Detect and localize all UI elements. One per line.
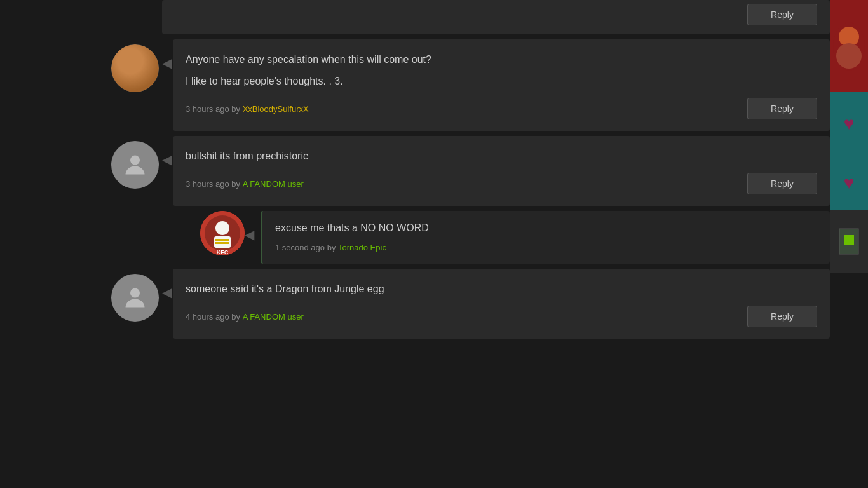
comment-timestamp-3: 4 hours ago by (186, 312, 240, 322)
right-sidebar: ♥ ♥ (830, 0, 868, 488)
comment-meta-3: 4 hours ago by A FANDOM user Reply (186, 306, 817, 327)
username-link-3[interactable]: A FANDOM user (243, 312, 304, 322)
comment-entry-3: ◀ someone said it's a Dragon from Jungle… (108, 269, 830, 339)
page-wrapper: Reply ◀ Anyone have any specalation when… (0, 0, 868, 488)
sidebar-panel-teal-2[interactable]: ♥ (830, 156, 868, 210)
nested-meta-left-1: 1 second ago by Tornado Epic (275, 243, 386, 252)
partial-comment-stub: Reply (162, 0, 830, 34)
svg-point-3 (215, 221, 229, 235)
comment-bubble-3: someone said it's a Dragon from Jungle e… (173, 269, 830, 339)
comment-entry-1: ◀ Anyone have any specalation when this … (108, 39, 830, 131)
chevron-left-icon-1: ◀ (162, 55, 172, 71)
chevron-left-icon-nested: ◀ (245, 227, 254, 242)
comment-line-2-1: bullshit its from prechistoric (186, 149, 817, 164)
heart-icon-2: ♥ (844, 173, 855, 193)
avatar-wrapper-1 (108, 39, 162, 92)
comment-meta-2: 3 hours ago by A FANDOM user Reply (186, 173, 817, 194)
comment-entry-2: ◀ bullshit its from prechistoric 3 hours… (108, 136, 830, 206)
comment-text-3: someone said it's a Dragon from Jungle e… (186, 281, 817, 297)
svg-rect-6 (215, 242, 229, 244)
comment-meta-left-2: 3 hours ago by A FANDOM user (186, 179, 304, 189)
avatar-2-placeholder (111, 141, 159, 189)
avatar-wrapper-2 (108, 136, 162, 189)
kfc-avatar: KFC (200, 211, 245, 255)
nested-meta-1: 1 second ago by Tornado Epic (275, 243, 817, 252)
user-avatar-face (111, 44, 159, 92)
avatar-wrapper-3 (108, 269, 162, 322)
comment-timestamp-2: 3 hours ago by (186, 179, 240, 189)
chevron-left-icon-2: ◀ (162, 152, 172, 167)
svg-point-8 (130, 288, 140, 298)
kfc-avatar-svg: KFC (200, 211, 245, 255)
username-link-2[interactable]: A FANDOM user (243, 179, 304, 189)
svg-point-11 (836, 43, 862, 69)
username-link-1[interactable]: XxBloodySulfurxX (243, 104, 309, 114)
comment-line-1-1: Anyone have any specalation when this wi… (186, 52, 817, 67)
comment-line-1-2: I like to hear people's thoughts. . 3. (186, 74, 817, 89)
comment-bubble-2: bullshit its from prechistoric 3 hours a… (173, 136, 830, 206)
red-sidebar-image (832, 21, 867, 72)
main-content: Reply ◀ Anyone have any specalation when… (108, 0, 830, 488)
chevron-left-icon-3: ◀ (162, 285, 172, 300)
nested-line-1: excuse me thats a NO NO WORD (275, 222, 817, 234)
reply-button-2[interactable]: Reply (747, 173, 817, 194)
dark-sidebar-box (836, 226, 862, 257)
comment-meta-left-1: 3 hours ago by XxBloodySulfurxX (186, 104, 309, 114)
svg-point-0 (130, 156, 140, 165)
comment-line-3-1: someone said it's a Dragon from Jungle e… (186, 281, 817, 297)
nested-timestamp-1: 1 second ago by (275, 243, 336, 252)
svg-text:KFC: KFC (217, 249, 229, 255)
comment-text-1: Anyone have any specalation when this wi… (186, 52, 817, 89)
anonymous-person-icon (121, 151, 149, 179)
sidebar-panel-red (830, 0, 868, 92)
avatar-3-placeholder (111, 274, 159, 322)
heart-icon-1: ♥ (844, 114, 855, 134)
nested-text-1: excuse me thats a NO NO WORD (275, 222, 817, 234)
sidebar-panel-dark (830, 210, 868, 273)
comment-text-2: bullshit its from prechistoric (186, 149, 817, 164)
svg-rect-13 (844, 235, 854, 245)
comment-bubble-1: Anyone have any specalation when this wi… (173, 39, 830, 131)
reply-button-1[interactable]: Reply (747, 98, 817, 119)
nested-reply-1: KFC ◀ excuse me thats a NO NO WORD 1 sec… (200, 211, 830, 264)
nested-username-1[interactable]: Tornado Epic (338, 243, 386, 252)
sidebar-panel-teal-1[interactable]: ♥ (830, 92, 868, 156)
avatar-1 (111, 44, 159, 92)
reply-button-stub[interactable]: Reply (747, 4, 817, 25)
reply-button-3[interactable]: Reply (747, 306, 817, 327)
svg-rect-5 (215, 239, 229, 241)
kfc-avatar-inner: KFC (200, 211, 245, 255)
anonymous-person-icon-3 (121, 283, 149, 312)
nested-bubble-1: excuse me thats a NO NO WORD 1 second ag… (261, 211, 830, 264)
comment-meta-left-3: 4 hours ago by A FANDOM user (186, 312, 304, 322)
comment-meta-1: 3 hours ago by XxBloodySulfurxX Reply (186, 98, 817, 119)
comment-timestamp-1: 3 hours ago by (186, 104, 240, 114)
